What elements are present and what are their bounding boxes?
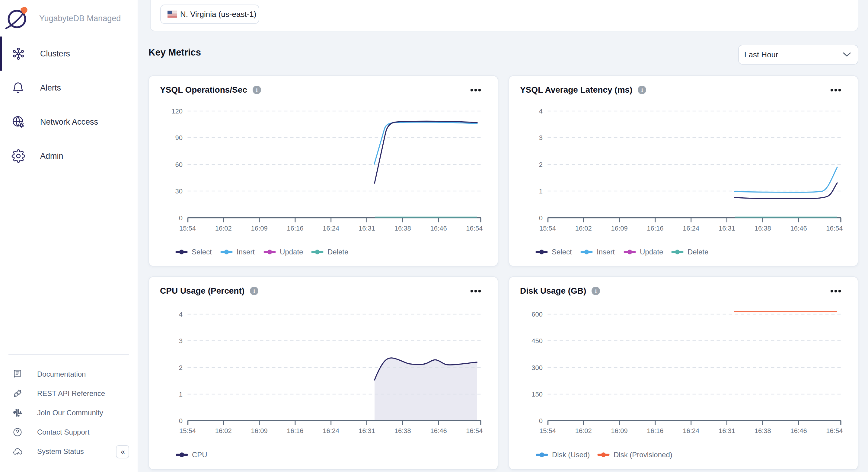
svg-text:0: 0 [539, 214, 542, 222]
svg-text:16:02: 16:02 [215, 224, 232, 232]
svg-text:300: 300 [531, 364, 542, 372]
svg-text:16:38: 16:38 [754, 224, 771, 232]
svg-text:0: 0 [179, 214, 183, 222]
svg-text:16:24: 16:24 [322, 224, 339, 232]
svg-text:16:02: 16:02 [575, 427, 592, 435]
svg-text:16:38: 16:38 [395, 224, 411, 232]
svg-text:16:46: 16:46 [430, 224, 447, 232]
svg-text:15:54: 15:54 [539, 427, 556, 435]
svg-text:4: 4 [539, 107, 542, 115]
svg-text:16:09: 16:09 [251, 427, 268, 435]
svg-text:0: 0 [539, 417, 542, 424]
svg-text:Disk (Provisioned): Disk (Provisioned) [614, 450, 673, 459]
svg-text:120: 120 [172, 107, 183, 115]
svg-text:16:24: 16:24 [322, 427, 339, 435]
svg-text:30: 30 [175, 187, 183, 195]
svg-text:16:31: 16:31 [359, 427, 375, 435]
svg-text:Disk (Used): Disk (Used) [552, 450, 590, 459]
svg-text:16:46: 16:46 [790, 224, 807, 232]
svg-text:16:16: 16:16 [287, 427, 303, 435]
svg-text:15:54: 15:54 [179, 224, 196, 232]
svg-text:Delete: Delete [328, 248, 348, 256]
svg-text:3: 3 [539, 134, 542, 141]
svg-text:16:16: 16:16 [287, 224, 303, 232]
svg-text:16:09: 16:09 [611, 224, 628, 232]
svg-text:16:09: 16:09 [251, 224, 268, 232]
svg-text:16:54: 16:54 [466, 224, 483, 232]
svg-text:150: 150 [531, 390, 542, 398]
svg-text:16:38: 16:38 [754, 427, 771, 435]
svg-text:16:24: 16:24 [683, 224, 699, 232]
svg-text:Insert: Insert [597, 248, 615, 256]
svg-text:2: 2 [539, 161, 542, 168]
svg-text:15:54: 15:54 [539, 224, 556, 232]
svg-text:16:54: 16:54 [466, 427, 483, 435]
svg-text:Update: Update [640, 248, 663, 256]
svg-text:Select: Select [192, 248, 212, 256]
svg-text:600: 600 [531, 311, 542, 318]
svg-text:16:31: 16:31 [359, 224, 375, 232]
svg-text:0: 0 [179, 417, 183, 424]
svg-text:16:02: 16:02 [215, 427, 232, 435]
svg-text:16:16: 16:16 [647, 224, 663, 232]
svg-text:60: 60 [175, 161, 183, 168]
svg-text:450: 450 [531, 337, 542, 345]
svg-text:Update: Update [280, 248, 303, 256]
svg-text:3: 3 [179, 337, 183, 345]
svg-text:16:38: 16:38 [395, 427, 411, 435]
svg-text:4: 4 [179, 311, 183, 318]
svg-text:16:46: 16:46 [430, 427, 447, 435]
svg-text:CPU: CPU [192, 450, 207, 459]
svg-text:Insert: Insert [237, 248, 255, 256]
svg-text:Delete: Delete [687, 248, 708, 256]
svg-text:16:54: 16:54 [826, 427, 843, 435]
svg-text:90: 90 [175, 134, 183, 141]
svg-text:15:54: 15:54 [179, 427, 196, 435]
svg-text:16:16: 16:16 [647, 427, 663, 435]
svg-text:16:31: 16:31 [719, 224, 735, 232]
svg-text:16:54: 16:54 [826, 224, 843, 232]
svg-text:16:24: 16:24 [683, 427, 699, 435]
svg-text:16:09: 16:09 [611, 427, 628, 435]
svg-text:16:31: 16:31 [719, 427, 735, 435]
svg-text:16:46: 16:46 [790, 427, 807, 435]
svg-text:16:02: 16:02 [575, 224, 592, 232]
svg-text:2: 2 [179, 364, 183, 372]
svg-text:1: 1 [179, 390, 183, 398]
svg-text:Select: Select [552, 248, 572, 256]
svg-text:1: 1 [539, 187, 542, 195]
